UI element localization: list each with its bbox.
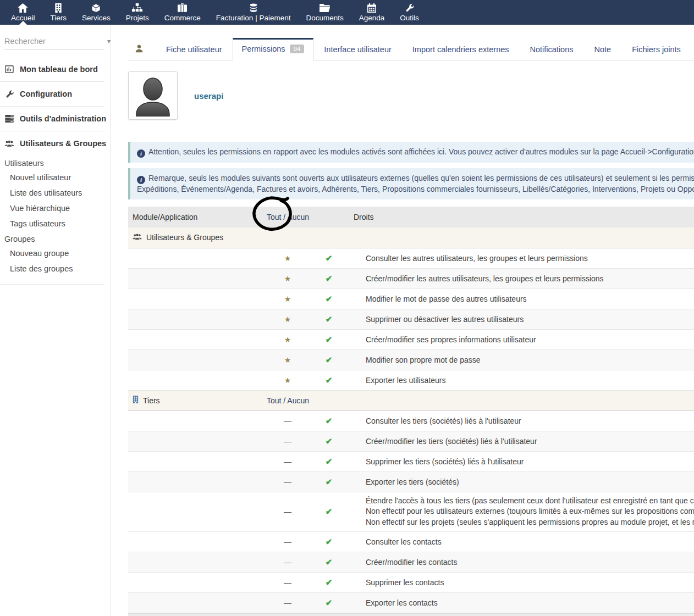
permission-label: Exporter les tiers (sociétés) bbox=[349, 478, 694, 486]
tab-fiche-utilisateur[interactable]: Fiche utilisateur bbox=[156, 39, 233, 60]
section-row-tiers: Tiers Tout / Aucun bbox=[128, 390, 694, 410]
permission-label: Modifier le mot de passe des autres util… bbox=[349, 295, 694, 303]
star-icon[interactable]: ★ bbox=[284, 376, 291, 385]
notice-text: Remarque, seuls les modules suivants son… bbox=[148, 174, 694, 182]
calendar-icon bbox=[367, 3, 376, 13]
sidebar-item-label: Utilisateurs & Groupes bbox=[20, 139, 106, 148]
nav-item-projets[interactable]: Projets bbox=[118, 0, 157, 25]
star-icon[interactable]: ★ bbox=[284, 254, 291, 263]
table-row: — ✔ Exporter les tiers (sociétés) bbox=[128, 471, 694, 492]
section-label: Utilisateurs & Groupes bbox=[146, 233, 223, 242]
coins-icon bbox=[249, 3, 258, 13]
notice-modules-actives: iAttention, seules les permissions en ra… bbox=[128, 142, 694, 163]
tab-fichiers-joints[interactable]: Fichiers joints bbox=[621, 39, 691, 60]
briefcase-icon bbox=[178, 3, 187, 13]
notice-utilisateurs-externes: iRemarque, seuls les modules suivants so… bbox=[128, 168, 694, 199]
sidebar-item-nouvel-utilisateur[interactable]: Nouvel utilisateur bbox=[0, 170, 111, 185]
check-icon[interactable]: ✔ bbox=[326, 477, 333, 486]
nav-item-documents[interactable]: Documents bbox=[298, 0, 351, 25]
main-content: Fiche utilisateur Permissions 94 Interfa… bbox=[111, 25, 694, 616]
sidebar-item-liste-groupes[interactable]: Liste des groupes bbox=[0, 261, 111, 276]
sidebar-item-nouveau-groupe[interactable]: Nouveau groupe bbox=[0, 246, 111, 261]
sidebar-section-groupes[interactable]: Groupes bbox=[0, 231, 111, 246]
check-icon[interactable]: ✔ bbox=[326, 274, 333, 283]
tab-label: Permissions bbox=[242, 45, 285, 53]
check-icon[interactable]: ✔ bbox=[326, 294, 333, 303]
tab-permissions[interactable]: Permissions 94 bbox=[233, 38, 314, 60]
sidebar-item-dashboard[interactable]: Mon tableau de bord bbox=[0, 57, 111, 81]
users-group-icon bbox=[133, 233, 142, 242]
tab-notifications[interactable]: Notifications bbox=[520, 39, 584, 60]
dash-icon: — bbox=[284, 507, 291, 516]
table-row: ★ ✔ Exporter les utilisateurs bbox=[128, 370, 694, 390]
table-row: — ✔ Consulter les tiers (sociétés) liés … bbox=[128, 410, 694, 431]
check-icon[interactable]: ✔ bbox=[326, 355, 333, 364]
tab-note[interactable]: Note bbox=[584, 39, 622, 60]
nav-item-outils[interactable]: Outils bbox=[392, 0, 427, 25]
star-icon[interactable]: ★ bbox=[284, 315, 291, 324]
table-row: — ✔ Supprimer les tiers (sociétés) liés … bbox=[128, 451, 694, 471]
toggle-all-none-link[interactable]: Tout / Aucun bbox=[267, 396, 309, 405]
section-label: Tiers bbox=[143, 396, 160, 405]
dash-icon: — bbox=[284, 578, 291, 587]
check-icon[interactable]: ✔ bbox=[326, 557, 333, 567]
tab-bar: Fiche utilisateur Permissions 94 Interfa… bbox=[128, 37, 694, 60]
permission-label: Créer/modifier les contacts bbox=[349, 558, 694, 567]
nav-item-label: Services bbox=[82, 14, 111, 22]
search-input[interactable] bbox=[4, 37, 107, 46]
nav-item-services[interactable]: Services bbox=[74, 0, 118, 25]
star-icon[interactable]: ★ bbox=[284, 295, 291, 303]
nav-item-accueil[interactable]: Accueil bbox=[3, 0, 43, 25]
table-row: ★ ✔ Modifier le mot de passe des autres … bbox=[128, 288, 694, 309]
check-icon[interactable]: ✔ bbox=[326, 598, 333, 607]
check-icon[interactable]: ✔ bbox=[326, 537, 333, 546]
star-icon[interactable]: ★ bbox=[284, 274, 291, 283]
permission-label: Consulter les autres utilisateurs, les g… bbox=[349, 254, 694, 263]
permission-label: Modifier son propre mot de passe bbox=[349, 356, 694, 364]
star-icon[interactable]: ★ bbox=[284, 335, 291, 344]
sidebar-item-vue-hierarchique[interactable]: Vue hiérarchique bbox=[0, 201, 111, 216]
nav-item-label: Tiers bbox=[51, 14, 67, 22]
sidebar-item-liste-utilisateurs[interactable]: Liste des utilisateurs bbox=[0, 185, 111, 201]
nav-item-facturation[interactable]: Facturation | Paiement bbox=[208, 0, 299, 25]
sidebar-section-utilisateurs[interactable]: Utilisateurs bbox=[0, 156, 111, 170]
server-icon bbox=[4, 115, 14, 123]
tab-interface-utilisateur[interactable]: Interface utilisateur bbox=[313, 39, 402, 60]
check-icon[interactable]: ✔ bbox=[326, 375, 333, 385]
tab-import-calendriers[interactable]: Import calendriers externes bbox=[402, 39, 520, 60]
star-icon[interactable]: ★ bbox=[284, 356, 291, 364]
info-icon: i bbox=[137, 149, 145, 158]
nav-item-label: Facturation | Paiement bbox=[216, 14, 291, 22]
sitemap-icon bbox=[132, 3, 142, 13]
building-icon bbox=[54, 3, 62, 13]
check-icon[interactable]: ✔ bbox=[326, 314, 333, 324]
active-nav-caret bbox=[19, 21, 27, 25]
check-icon[interactable]: ✔ bbox=[326, 416, 333, 425]
sidebar-item-admin-tools[interactable]: Outils d'administration bbox=[0, 107, 111, 131]
check-icon[interactable]: ✔ bbox=[326, 436, 333, 446]
sidebar-item-configuration[interactable]: Configuration bbox=[0, 82, 111, 106]
check-icon[interactable]: ✔ bbox=[326, 578, 333, 587]
check-icon[interactable]: ✔ bbox=[326, 507, 333, 516]
sidebar-item-users-groups[interactable]: Utilisateurs & Groupes bbox=[0, 131, 111, 156]
nav-item-commerce[interactable]: Commerce bbox=[157, 0, 208, 25]
bar-chart-icon bbox=[4, 65, 14, 73]
left-sidebar: ▾ Mon tableau de bord Configuration Outi… bbox=[0, 25, 111, 616]
check-icon[interactable]: ✔ bbox=[326, 253, 333, 263]
sidebar-item-tags-utilisateurs[interactable]: Tags utlisateurs bbox=[0, 216, 111, 231]
permission-label: Étendre l'accès à tous les tiers (pas se… bbox=[349, 492, 694, 531]
table-row: ★ ✔ Supprimer ou désactiver les autres u… bbox=[128, 309, 694, 329]
dash-icon: — bbox=[284, 437, 291, 446]
toggle-all-none-link[interactable]: Tout / Aucun bbox=[267, 213, 309, 221]
nav-item-agenda[interactable]: Agenda bbox=[351, 0, 393, 25]
nav-item-tiers[interactable]: Tiers bbox=[43, 0, 75, 25]
nav-item-label: Outils bbox=[400, 14, 419, 22]
sidebar-item-label: Mon tableau de bord bbox=[20, 65, 98, 74]
divider bbox=[0, 284, 104, 285]
tab-suivi[interactable]: Suivi bbox=[691, 39, 694, 60]
check-icon[interactable]: ✔ bbox=[326, 457, 333, 466]
check-icon[interactable]: ✔ bbox=[326, 335, 333, 344]
dash-icon: — bbox=[284, 598, 291, 607]
page-title-username[interactable]: userapi bbox=[194, 91, 223, 101]
permission-label: Créer/modifier les autres utilisateurs, … bbox=[349, 274, 694, 283]
